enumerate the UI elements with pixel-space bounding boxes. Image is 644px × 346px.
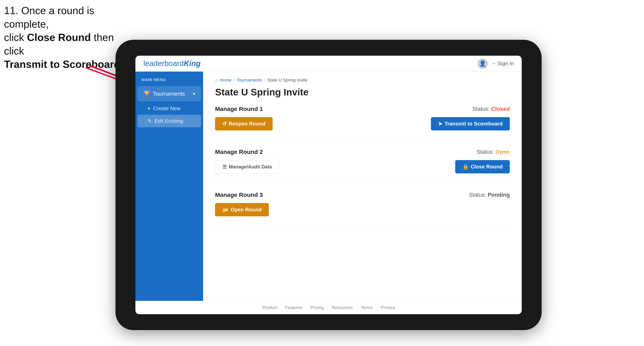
breadcrumb-sep1: / [234,78,234,83]
manage-audit-label: Manage/Audit Data [229,164,272,170]
instruction-close-round-bold: Close Round [27,32,91,43]
signin-label: Sign In [498,60,514,66]
trophy-icon: 🏆 [144,90,150,97]
round-3-actions: 📂 Open Round [215,203,510,216]
sidebar-main-menu-label: MAIN MENU [136,78,203,86]
logo-area: leaderboardKing [144,59,200,68]
breadcrumb-sep2: / [264,78,265,83]
round-2-title: Manage Round 2 [215,149,263,155]
edit-existing-label: Edit Existing [154,118,183,124]
logo-leaderboard: leaderboard [144,59,184,68]
close-round-label: Close Round [471,164,502,170]
instruction-line1: 11. Once a round is complete, [4,5,94,30]
tournaments-label: Tournaments [153,91,185,97]
footer-product[interactable]: Product [262,305,277,310]
reopen-round-label: Reopen Round [228,121,266,127]
round-1-actions: ↺ Reopen Round ➤ Transmit to Scoreboard [215,117,510,131]
sidebar-submenu: + Create New ✎ Edit Existing [136,102,203,127]
round-3-status-value: Pending [488,192,510,198]
round-1-title: Manage Round 1 [215,106,263,112]
breadcrumb-tournaments-link[interactable]: Tournaments [236,78,262,83]
open-round-label: Open Round [230,207,262,213]
reopen-icon: ↺ [222,121,226,127]
create-new-label: Create New [153,105,180,112]
avatar: 👤 [478,58,488,69]
reopen-round-button[interactable]: ↺ Reopen Round [215,117,272,131]
tablet-screen: leaderboardKing 👤 → Sign In MAIN MENU [136,56,522,314]
round-2-actions: ☰ Manage/Audit Data 🔒 Close Round [215,160,510,173]
instruction-block: 11. Once a round is complete, click Clos… [4,4,132,71]
round-3-header: Manage Round 3 Status: Pending [215,191,510,198]
footer-resources[interactable]: Resources [332,305,353,310]
sidebar: MAIN MENU 🏆 Tournaments ▾ + Create New ✎ [136,72,203,301]
footer-privacy[interactable]: Privacy [380,305,395,310]
manage-audit-data-button[interactable]: ☰ Manage/Audit Data [215,160,279,173]
signin-link[interactable]: → Sign In [491,60,514,67]
round-2-status-label: Status: [476,149,494,155]
plus-icon: + [147,105,150,112]
transmit-icon: ➤ [438,121,442,127]
round-1-header: Manage Round 1 Status: Closed [215,106,510,112]
breadcrumb-current: State U Spring Invite [267,78,307,83]
app-header: leaderboardKing 👤 → Sign In [136,56,522,72]
logo-king: King [184,59,200,68]
manage-icon: ☰ [222,164,227,170]
round-1-status-value: Closed [491,106,510,112]
edit-icon: ✎ [147,118,152,124]
header-right: 👤 → Sign In [478,58,514,69]
close-round-button[interactable]: 🔒 Close Round [455,160,510,173]
user-icon: 👤 [479,60,486,67]
breadcrumb: ⌂ Home / Tournaments / State U Spring In… [215,78,510,83]
app-body: MAIN MENU 🏆 Tournaments ▾ + Create New ✎ [136,72,522,301]
signin-arrow-icon: → [491,60,496,66]
round-section-2: Manage Round 2 Status: Open ☰ Manage/Aud… [215,149,510,181]
main-content: ⌂ Home / Tournaments / State U Spring In… [203,72,522,301]
breadcrumb-home-icon: ⌂ [215,78,218,83]
round-3-title: Manage Round 3 [215,191,263,198]
round-3-status: Status: Pending [469,192,510,198]
footer-pricing[interactable]: Pricing [310,305,324,310]
instruction-transmit-bold: Transmit to Scoreboard. [4,58,123,70]
page-title: State U Spring Invite [215,87,510,98]
open-icon: 📂 [222,207,228,213]
round-section-1: Manage Round 1 Status: Closed ↺ Reopen R… [215,106,510,139]
footer-features[interactable]: Features [285,305,302,310]
round-3-status-label: Status: [469,192,486,198]
round-1-status-label: Status: [472,106,490,112]
chevron-down-icon: ▾ [193,91,195,96]
app-footer: Product Features Pricing Resources Terms… [136,301,522,314]
sidebar-item-tournaments[interactable]: 🏆 Tournaments ▾ [138,86,201,101]
round-2-header: Manage Round 2 Status: Open [215,149,510,155]
round-section-3: Manage Round 3 Status: Pending 📂 Open Ro… [215,191,510,224]
breadcrumb-home-link[interactable]: Home [220,78,232,83]
round-2-status: Status: Open [476,149,510,155]
round-1-status: Status: Closed [472,106,510,112]
transmit-scoreboard-label: Transmit to Scoreboard [444,121,502,127]
instruction-line2-pre: click [4,32,27,43]
logo-text: leaderboardKing [144,59,200,68]
sidebar-create-new[interactable]: + Create New [138,102,201,115]
lock-icon: 🔒 [462,164,469,170]
footer-terms[interactable]: Terms [361,305,373,310]
round-2-status-value: Open [496,149,510,155]
sidebar-edit-existing[interactable]: ✎ Edit Existing [138,115,201,127]
open-round-button[interactable]: 📂 Open Round [215,203,269,216]
transmit-scoreboard-button[interactable]: ➤ Transmit to Scoreboard [431,117,510,131]
tablet-device: leaderboardKing 👤 → Sign In MAIN MENU [116,40,542,330]
